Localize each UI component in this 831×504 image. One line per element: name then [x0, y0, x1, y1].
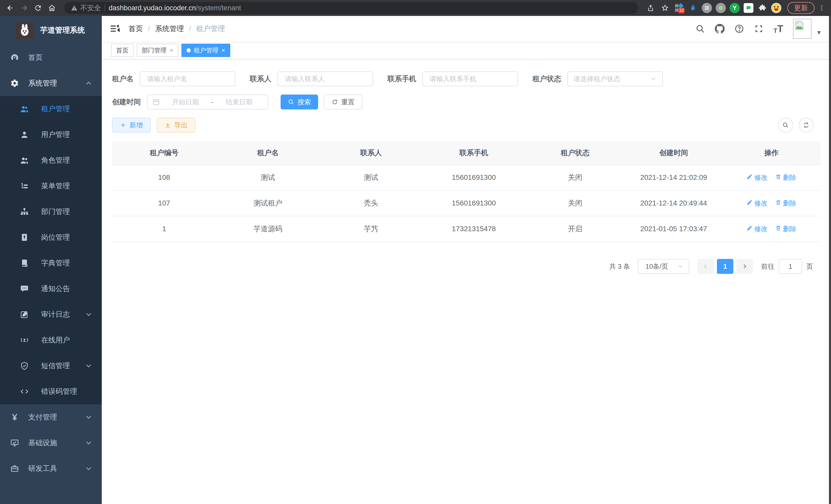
user-avatar[interactable]: ▼: [793, 19, 822, 39]
browser-home-icon[interactable]: [46, 2, 58, 14]
font-size-icon[interactable]: TT: [773, 23, 783, 34]
sidebar-item-role[interactable]: 角色管理: [0, 147, 102, 173]
page-number-button[interactable]: 1: [717, 259, 733, 274]
chevron-down-icon: [650, 76, 657, 82]
sidebar-item-infra[interactable]: 基础设施: [0, 430, 102, 456]
delete-link[interactable]: 删除: [775, 225, 796, 234]
ext-drop-icon[interactable]: [687, 2, 699, 14]
delete-link[interactable]: 删除: [775, 173, 796, 182]
security-warning-icon[interactable]: 不安全: [71, 3, 101, 12]
export-button[interactable]: 导出: [157, 118, 195, 132]
url-text: dashboard.yudao.iocoder.cn/system/tenant: [109, 4, 241, 12]
ext-y-icon[interactable]: Y: [729, 2, 741, 14]
cell-created: 2021-12-14 21:02:09: [625, 166, 722, 189]
sidebar-item-sms[interactable]: 短信管理: [0, 353, 102, 379]
sidebar-item-label: 支付管理: [28, 412, 57, 422]
header-search-icon[interactable]: [695, 24, 705, 34]
breadcrumb: 首页 / 系统管理 / 租户管理: [128, 24, 225, 34]
browser-menu-icon[interactable]: [816, 2, 827, 14]
download-icon: [165, 122, 171, 128]
sidebar-item-label: 短信管理: [41, 361, 70, 371]
profile-avatar[interactable]: [770, 2, 782, 14]
ext-record-icon[interactable]: [715, 2, 727, 14]
sidebar-item-notice[interactable]: 通知公告: [0, 276, 102, 302]
tab-tenant[interactable]: 租户管理×: [181, 44, 230, 57]
reset-button[interactable]: 重置: [324, 94, 362, 110]
prev-page-button[interactable]: [697, 259, 714, 274]
address-bar[interactable]: 不安全 dashboard.yudao.iocoder.cn/system/te…: [64, 2, 638, 14]
page-size-select[interactable]: 10条/页: [638, 259, 689, 274]
delete-link[interactable]: 删除: [775, 199, 796, 208]
browser-back-icon[interactable]: [4, 2, 17, 14]
edit-link[interactable]: 修改: [746, 225, 768, 234]
sidebar-item-online[interactable]: 在线用户: [0, 327, 102, 353]
role-icon: [20, 156, 29, 165]
refresh-table-button[interactable]: [799, 118, 813, 132]
share-icon[interactable]: [644, 2, 657, 14]
tab-close-icon[interactable]: ×: [222, 47, 225, 54]
bookmark-star-icon[interactable]: [659, 2, 671, 14]
contact-input[interactable]: [278, 71, 373, 86]
help-icon[interactable]: [735, 24, 744, 34]
sidebar-item-post[interactable]: 岗位管理: [0, 225, 102, 250]
online-icon: [20, 336, 29, 345]
tenant-name-input[interactable]: [140, 71, 235, 86]
sidebar-item-tenant[interactable]: 租户管理: [0, 96, 102, 122]
sidebar-item-tools[interactable]: 研发工具: [0, 456, 102, 481]
sidebar-item-errcode[interactable]: 错误码管理: [0, 379, 102, 404]
goto-page-input[interactable]: [779, 259, 802, 274]
edit-link[interactable]: 修改: [746, 199, 768, 208]
cell-id: 1: [112, 217, 216, 241]
fullscreen-icon[interactable]: [754, 24, 764, 34]
mobile-input[interactable]: [423, 71, 518, 86]
sidebar-logo[interactable]: 芋道管理系统: [0, 16, 102, 45]
sidebar-item-log[interactable]: 审计日志: [0, 302, 102, 327]
sidebar-item-dept[interactable]: 部门管理: [0, 199, 102, 225]
tenant-name-label: 租户名: [112, 74, 134, 84]
sidebar-item-user[interactable]: 用户管理: [0, 122, 102, 147]
filter-row-1: 租户名 联系人 联系手机 租户状态 请选择租户状态: [112, 71, 821, 86]
code-icon: [20, 387, 29, 396]
ext-grid-icon[interactable]: 10: [673, 2, 685, 14]
tab-dept[interactable]: 部门管理×: [137, 44, 178, 57]
ext-command-icon[interactable]: [701, 2, 713, 14]
breadcrumb-system[interactable]: 系统管理: [155, 24, 184, 34]
chevron-left-icon: [703, 263, 709, 269]
status-select[interactable]: 请选择租户状态: [567, 71, 663, 86]
browser-reload-icon[interactable]: [32, 2, 44, 14]
export-button-label: 导出: [174, 121, 188, 130]
user-icon: [20, 130, 29, 139]
github-icon[interactable]: [715, 24, 725, 34]
active-tab-dot: [187, 48, 191, 52]
next-page-button[interactable]: [737, 259, 753, 274]
table-row[interactable]: 1芋道源码芋艿17321315478开启2021-01-05 17:03:47修…: [112, 216, 821, 242]
sidebar-item-dict[interactable]: 字典管理: [0, 250, 102, 276]
browser-scrollbar[interactable]: [829, 16, 831, 504]
update-button[interactable]: 更新: [787, 2, 814, 14]
tab-close-icon[interactable]: ×: [170, 47, 173, 54]
tab-home[interactable]: 首页: [111, 44, 134, 57]
edit-link[interactable]: 修改: [746, 173, 768, 182]
calendar-icon: [153, 98, 160, 106]
add-button[interactable]: 新增: [112, 118, 150, 132]
delete-icon: [775, 199, 781, 207]
ext-chat-icon[interactable]: [743, 2, 754, 14]
sidebar-item-system[interactable]: 系统管理: [0, 70, 102, 96]
plus-icon: [120, 122, 126, 128]
security-label: 不安全: [80, 3, 101, 12]
pagination: 共 3 条 10条/页 1 前往 页: [112, 259, 821, 274]
browser-forward-icon[interactable]: [18, 2, 30, 14]
table-row[interactable]: 108测试测试15601691300关闭2021-12-14 21:02:09修…: [112, 165, 821, 190]
cell-name: 芋道源码: [216, 216, 320, 241]
hamburger-icon[interactable]: [102, 16, 128, 41]
date-range-picker[interactable]: 开始日期 - 结束日期: [147, 94, 268, 110]
sidebar-item-pay[interactable]: 支付管理: [0, 404, 102, 430]
extensions-puzzle-icon[interactable]: [756, 2, 768, 14]
sidebar-item-home[interactable]: 首页: [0, 45, 102, 70]
table-row[interactable]: 107测试租户秃头15601691300关闭2021-12-14 20:49:4…: [112, 190, 821, 216]
contact-label: 联系人: [250, 74, 271, 84]
breadcrumb-home[interactable]: 首页: [128, 24, 143, 34]
toggle-search-button[interactable]: [778, 118, 793, 132]
search-button[interactable]: 搜索: [281, 94, 318, 110]
sidebar-item-menu[interactable]: 菜单管理: [0, 173, 102, 199]
